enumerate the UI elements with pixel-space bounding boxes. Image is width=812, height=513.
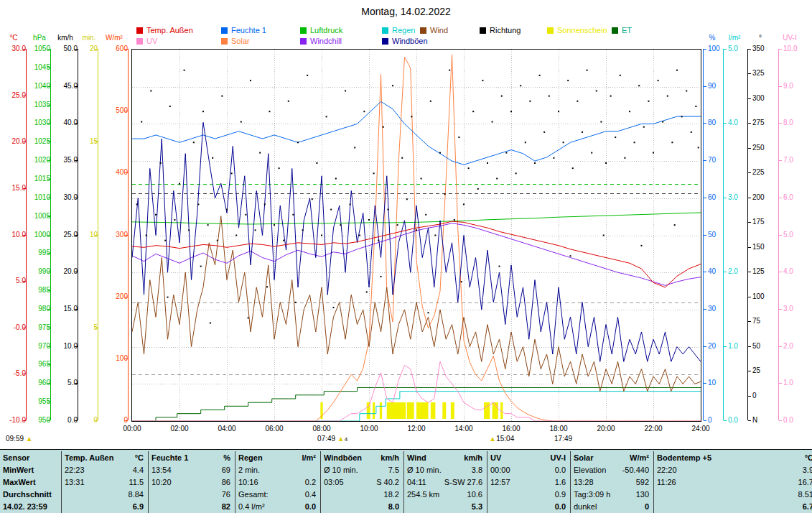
table-cell-value: 3.9 (803, 466, 812, 474)
axis-tick-mark (125, 172, 128, 173)
axis-tick-mark (23, 374, 26, 374)
table-cell-label: Tag:3:09 h (574, 490, 610, 499)
axis-tick-mark (47, 179, 50, 180)
axis-tick-mark (748, 98, 751, 99)
x-axis-label: 16:00 (499, 425, 523, 433)
table-cell: 6.7 (654, 500, 812, 512)
axis-tick-mark (704, 235, 706, 236)
axis-tick-label: 1025 (29, 138, 55, 145)
axis-tick-label: 1050 (29, 45, 55, 52)
axis-tick-mark (47, 105, 50, 106)
axis-tick-label: 1000 (29, 231, 55, 239)
table-cell: 5.3 (404, 500, 487, 512)
axis-tick-mark (47, 272, 50, 272)
axis-tick-label: 150 (748, 244, 777, 251)
axis-tick-label: 0.0 (779, 417, 805, 424)
table-row-label-column: SensorMinWertMaxWertDurchschnitt14.02. 2… (0, 451, 61, 513)
axis-tick-mark (23, 420, 26, 421)
table-cell: 82 (149, 500, 235, 512)
axis-tick-label: 5.0 (724, 45, 750, 52)
axis-tick-mark (95, 328, 98, 328)
table-cell-value: 0.0 (555, 466, 566, 474)
x-axis-label: 10:00 (357, 425, 381, 433)
x-axis-label: 12:00 (404, 425, 429, 433)
table-row-label: MaxWert (0, 476, 61, 488)
legend-item: Richtung (480, 26, 521, 35)
axis-tick-label: 985 (29, 287, 55, 294)
axis-unit-label: km/h (53, 34, 78, 42)
table-cell: 12:571.6 (487, 476, 570, 488)
table-column-header: UVUV-I (487, 451, 570, 463)
axis-tick-label: 15 (80, 138, 102, 145)
axis-tick-mark (75, 309, 78, 310)
axis-tick-mark (23, 49, 26, 50)
table-row-label: MinWert (0, 463, 61, 476)
legend-swatch (612, 27, 618, 34)
legend-label: ET (622, 26, 632, 34)
axis-tick-label: 40 (704, 268, 725, 275)
axis-tick-label: 1.0 (724, 343, 750, 350)
legend-swatch (300, 27, 307, 34)
table-column: UVUV-I00:000.012:571.60.90.0 (487, 451, 570, 513)
axis-tick-mark (704, 346, 706, 347)
table-cell-label: dunkel (574, 502, 597, 511)
table-cell-value: 82 (222, 502, 230, 511)
axis-tick-mark (47, 160, 50, 161)
axis-°: °350325300275250225200175150125100755025… (747, 49, 773, 420)
table-cell: Ø 10 min.3.8 (404, 463, 487, 476)
x-axis-label: 00:00 (120, 425, 144, 433)
axis-tick-mark (748, 123, 751, 124)
axis-tick-mark (748, 148, 751, 149)
axis-tick-mark (47, 364, 50, 365)
table-column-name: Feuchte 1 (151, 453, 188, 462)
axis-tick-label: 10.0 (1, 231, 30, 239)
legend-item: Windböen (382, 37, 428, 46)
axis-unit-label: UV-I (779, 34, 801, 42)
axis-tick-label: 75 (748, 318, 777, 325)
table-cell-value: 0.0 (555, 502, 566, 511)
axis-tick-mark (704, 86, 706, 87)
axis-tick-mark (724, 49, 727, 50)
axis-tick-mark (748, 420, 751, 421)
table-cell-label: 10:16 (238, 478, 258, 486)
sun-marker-text: 09:59 (6, 435, 26, 443)
axis-tick-label: 975 (29, 324, 55, 331)
axis-l/m²: l/m²5.04.03.02.01.00.0 (723, 49, 745, 420)
axis-tick-label: 6.0 (779, 194, 805, 201)
axis-tick-label: 30.0 (53, 194, 82, 201)
legend-swatch (382, 27, 388, 34)
table-cell-value: 5.3 (472, 502, 482, 511)
axis-tick-mark (779, 383, 782, 384)
table-cell-value: 8.0 (388, 502, 399, 511)
plot-area (131, 49, 701, 422)
axis-tick-label: 15.0 (1, 185, 30, 192)
x-axis-label: 20:00 (594, 425, 618, 433)
legend-swatch (136, 38, 143, 45)
table-column-unit: % (223, 453, 230, 462)
table-cell-value: 76 (222, 490, 230, 499)
axis-tick-mark (748, 73, 751, 74)
table-column-unit: UV-I (551, 453, 566, 462)
table-cell: 22:234.4 (62, 463, 148, 476)
table-cell-value: 18.2 (384, 490, 399, 499)
table-column-header: Bodentemp +5°C (654, 451, 812, 463)
axis-tick-label: -5.0 (1, 370, 30, 377)
legend-item: Solar (221, 37, 250, 46)
axis-tick-label: 350 (748, 45, 777, 52)
table-column-name: Regen (238, 453, 263, 462)
table-column-header: Temp. Außen°C (62, 451, 148, 463)
axis-tick-mark (75, 160, 78, 161)
legend-item: UV (136, 37, 157, 46)
axis-tick-label: 10 (80, 231, 102, 239)
table-cell-label: Ø 10 min. (324, 466, 358, 474)
axis-tick-label: 5.0 (779, 231, 805, 239)
table-cell: dunkel0 (571, 500, 653, 512)
table-cell-value: 16.7 (798, 478, 812, 486)
axis-unit-label: % (704, 34, 721, 42)
legend-item: ET (612, 26, 632, 35)
axis-tick-mark (724, 272, 727, 272)
legend-swatch (420, 27, 426, 34)
table-cell-value: 10.6 (467, 490, 482, 499)
table-column-name: Bodentemp +5 (657, 453, 711, 462)
axis-tick-mark (125, 420, 128, 421)
